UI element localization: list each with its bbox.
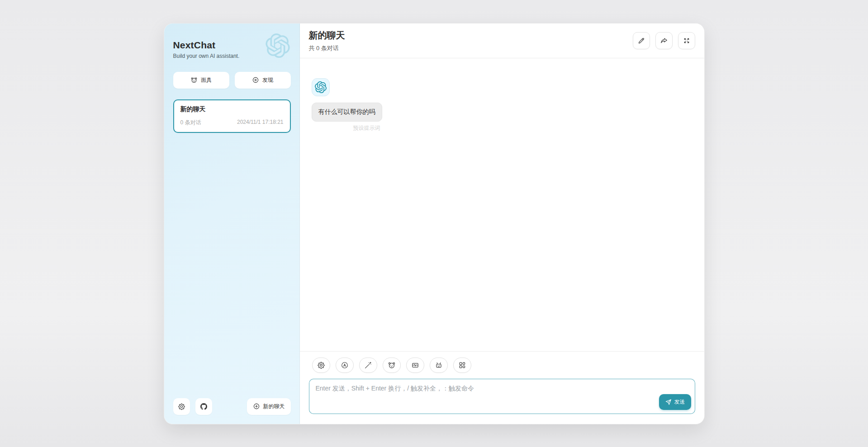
- mask-icon: [190, 76, 198, 84]
- chat-item-title: 新的聊天: [180, 105, 284, 113]
- sidebar: NextChat Build your own AI assistant. 面具…: [164, 24, 300, 424]
- model-settings-button[interactable]: [312, 358, 330, 373]
- masks-button[interactable]: [383, 358, 401, 373]
- plus-circle-icon: [253, 403, 260, 410]
- grid-icon: [458, 361, 466, 369]
- composer: 发送: [300, 351, 704, 424]
- chat-header-titles: 新的聊天 共 0 条对话: [309, 29, 345, 52]
- theme-icon: [341, 361, 349, 369]
- chat-title[interactable]: 新的聊天: [309, 29, 345, 42]
- message-hint: 预设提示词: [312, 124, 382, 132]
- fullscreen-icon: [683, 37, 691, 45]
- chat-list: 新的聊天 0 条对话 2024/11/1 17:18:21: [173, 99, 291, 133]
- discover-nav-label: 发现: [262, 76, 273, 84]
- chat-panel: 新的聊天 共 0 条对话 有什么可以帮你的吗: [300, 24, 704, 424]
- discover-icon: [252, 76, 259, 84]
- settings-button[interactable]: [173, 398, 190, 415]
- sidebar-footer-left: [173, 398, 212, 415]
- openai-logo-watermark: [266, 33, 290, 58]
- chat-item-time: 2024/11/1 17:18:21: [237, 119, 284, 127]
- sidebar-header: NextChat Build your own AI assistant.: [173, 33, 291, 59]
- discover-nav-button[interactable]: 发现: [235, 72, 291, 89]
- github-icon: [200, 403, 208, 410]
- new-chat-label: 新的聊天: [263, 403, 285, 410]
- masks-nav-label: 面具: [201, 76, 212, 84]
- mask-icon: [388, 361, 396, 369]
- assistant-avatar: [312, 78, 330, 96]
- nextchat-window: NextChat Build your own AI assistant. 面具…: [164, 23, 705, 424]
- settings-icon: [178, 403, 185, 410]
- chat-message-list: 有什么可以帮你的吗 预设提示词: [300, 58, 704, 351]
- prompt-shortcuts-button[interactable]: [359, 358, 377, 373]
- robot-icon: [435, 361, 443, 369]
- pencil-icon: [637, 37, 645, 45]
- paper-plane-icon: [665, 399, 672, 405]
- export-chat-button[interactable]: [655, 32, 673, 49]
- sidebar-nav: 面具 发现: [173, 72, 291, 89]
- send-button[interactable]: 发送: [659, 394, 691, 410]
- new-chat-button[interactable]: 新的聊天: [247, 398, 291, 415]
- masks-nav-button[interactable]: 面具: [173, 72, 229, 89]
- assistant-message-bubble[interactable]: 有什么可以帮你的吗: [312, 103, 382, 122]
- openai-logo-icon: [315, 81, 327, 93]
- plugins-button[interactable]: [453, 358, 471, 373]
- message-input[interactable]: [309, 379, 695, 414]
- gear-icon: [317, 361, 325, 369]
- rename-chat-button[interactable]: [633, 32, 650, 49]
- input-area: 发送: [309, 379, 695, 416]
- chat-item-count: 0 条对话: [180, 119, 201, 127]
- composer-toolbar: [309, 358, 695, 373]
- chat-header: 新的聊天 共 0 条对话: [300, 24, 704, 58]
- theme-toggle-button[interactable]: [336, 358, 354, 373]
- chat-header-actions: [633, 32, 695, 49]
- chat-list-item-selected[interactable]: 新的聊天 0 条对话 2024/11/1 17:18:21: [173, 99, 291, 133]
- share-icon: [660, 37, 668, 45]
- model-select-button[interactable]: [430, 358, 448, 373]
- clear-context-icon: [411, 361, 419, 369]
- assistant-message: 有什么可以帮你的吗 预设提示词: [312, 78, 382, 132]
- send-label: 发送: [674, 398, 685, 406]
- clear-context-button[interactable]: [406, 358, 424, 373]
- sidebar-footer: 新的聊天: [173, 398, 291, 415]
- chat-subtitle: 共 0 条对话: [309, 44, 345, 52]
- chat-item-meta: 0 条对话 2024/11/1 17:18:21: [180, 119, 284, 127]
- github-button[interactable]: [195, 398, 212, 415]
- magic-wand-icon: [364, 361, 372, 369]
- fullscreen-button[interactable]: [678, 32, 695, 49]
